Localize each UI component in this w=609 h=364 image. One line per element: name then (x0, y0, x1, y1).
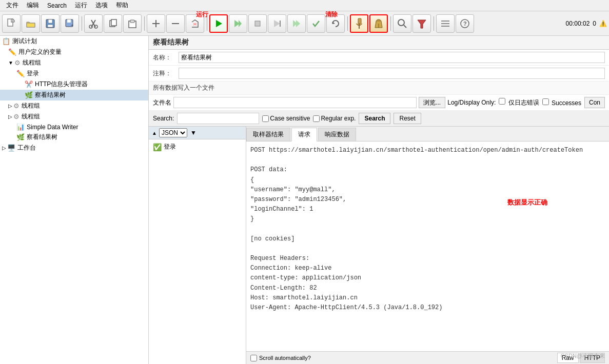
menu-file[interactable]: 文件 (2, 0, 23, 11)
request-line17: User-Agent: Apache-HttpClient/4.5.3 (Jav… (250, 303, 605, 313)
run-from-button[interactable] (287, 14, 306, 33)
run-button[interactable] (209, 14, 228, 33)
svg-marker-21 (216, 20, 222, 27)
open-button[interactable] (22, 14, 40, 33)
tree-item-user-vars[interactable]: ✏️ 用户定义的变量 (0, 47, 148, 57)
broom1-button[interactable] (350, 14, 368, 33)
tab-request[interactable]: 请求 (291, 128, 317, 141)
tree-collapse-icon[interactable]: ▲ (152, 130, 157, 136)
tab-response[interactable]: 响应数据 (318, 128, 356, 141)
broom2-button[interactable] (369, 14, 388, 33)
case-sensitive-option[interactable]: Case sensitive (262, 115, 310, 122)
funnel-button[interactable] (412, 14, 431, 33)
tree-item-thread-group3[interactable]: ▷ ⚙ 线程组 (0, 111, 148, 122)
thread-group1-icon: ⚙ (14, 59, 21, 67)
login-result-item[interactable]: ✅ 登录 (151, 141, 244, 152)
login-result-icon: ✅ (153, 143, 162, 151)
errors-only-checkbox[interactable] (499, 98, 505, 105)
svg-rect-30 (358, 18, 361, 24)
tree-item-view-results[interactable]: 🌿 察看结果树 (0, 90, 148, 100)
saveas-button[interactable]: + (61, 14, 79, 33)
request-line1: POST https://smarthotel.laiyijian.cn/sma… (250, 146, 605, 155)
thread-group1-label: 线程组 (23, 58, 41, 67)
file-section-label: 所有数据写入一个文件 (153, 84, 214, 92)
left-panel: 📋 测试计划 ✏️ 用户定义的变量 ▼ ⚙ 线程组 ✏️ 登录 ✂️ HTTP信… (0, 36, 149, 364)
tree-item-test-plan[interactable]: 📋 测试计划 (0, 36, 148, 47)
data-annotation: 数据显示正确 (507, 198, 547, 209)
menu-search[interactable]: Search (43, 1, 71, 10)
workbench-icon: 🖥️ (7, 144, 15, 152)
tree-item-login[interactable]: ✏️ 登录 (0, 68, 148, 79)
stop-now-button[interactable] (268, 14, 286, 33)
browse-button[interactable]: 浏览... (419, 97, 445, 108)
tree-item-thread-group2[interactable]: ▷ ⚙ 线程组 (0, 100, 148, 111)
thread-group3-icon: ⚙ (13, 113, 19, 120)
svg-line-35 (404, 25, 406, 28)
errors-only-option[interactable]: 仅日志错误 (499, 98, 539, 107)
thread-group2-label: 线程组 (22, 102, 40, 110)
cut-button[interactable] (84, 14, 103, 33)
results-tree-dropdown[interactable]: JSON (159, 128, 187, 137)
save-button[interactable] (41, 14, 60, 33)
file-section-row: 所有数据写入一个文件 (149, 82, 609, 95)
run-no-pause-button[interactable] (229, 14, 247, 33)
search-button[interactable]: Search (359, 113, 390, 124)
view-results2-label: 察看结果树 (27, 133, 57, 141)
http-header-label: HTTP信息头管理器 (35, 80, 88, 89)
case-sensitive-checkbox[interactable] (262, 115, 269, 122)
comment-input[interactable] (179, 68, 605, 79)
refresh-button[interactable] (326, 14, 345, 33)
name-label: 名称： (153, 53, 179, 62)
svg-marker-28 (296, 20, 300, 27)
dropdown-arrow[interactable]: ▼ (190, 129, 197, 136)
toolbar: + (0, 11, 609, 36)
case-sensitive-label: Case sensitive (270, 115, 310, 122)
search-input[interactable] (177, 113, 259, 124)
scroll-auto-checkbox[interactable] (250, 355, 257, 361)
request-line4: { (250, 175, 605, 185)
tab-sampler-result[interactable]: 取样器结果 (246, 128, 290, 141)
configure-button[interactable]: Con (584, 97, 605, 108)
add-button[interactable] (147, 14, 165, 33)
sep4 (346, 14, 349, 33)
successes-option[interactable]: Successes (542, 98, 581, 107)
clear-button[interactable] (186, 14, 204, 33)
find-button[interactable] (393, 14, 411, 33)
name-input[interactable] (179, 52, 605, 63)
validate-button[interactable] (307, 14, 325, 33)
stop-button[interactable] (248, 14, 267, 33)
list-button[interactable] (436, 14, 455, 33)
successes-checkbox[interactable] (542, 98, 549, 105)
timer-value: 00:00:02 (566, 20, 590, 27)
tree-item-http-header[interactable]: ✂️ HTTP信息头管理器 (0, 79, 148, 90)
sep5 (389, 14, 392, 33)
regex-checkbox[interactable] (313, 115, 320, 122)
sep2 (143, 14, 146, 33)
warning-icon: ⚠️ (599, 20, 607, 27)
workbench-label: 工作台 (17, 144, 36, 152)
login-icon: ✏️ (16, 70, 25, 77)
menu-help[interactable]: 帮助 (112, 0, 132, 11)
menu-edit[interactable]: 编辑 (23, 0, 43, 11)
help-button[interactable]: ? (456, 14, 474, 33)
sep6 (432, 14, 435, 33)
tree-item-simple-writer[interactable]: 📊 Simple Data Writer (0, 122, 148, 132)
count-value: 0 (593, 20, 596, 27)
tree-item-view-results2[interactable]: 🌿 察看结果树 (0, 132, 148, 143)
new-button[interactable] (2, 14, 21, 33)
tree-item-thread-group1[interactable]: ▼ ⚙ 线程组 (0, 57, 148, 68)
paste-button[interactable] (123, 14, 142, 33)
menu-options[interactable]: 选项 (91, 0, 112, 11)
watermark: CSDN@小猴未来 (561, 352, 605, 360)
view-results-label: 察看结果树 (35, 91, 66, 99)
regex-option[interactable]: Regular exp. (313, 115, 356, 122)
file-name-label: 文件名 (153, 98, 171, 107)
tree-item-workbench[interactable]: ▷ 🖥️ 工作台 (0, 143, 148, 153)
reset-button[interactable]: Reset (394, 113, 421, 124)
request-line3: POST data: (250, 165, 605, 175)
simple-writer-label: Simple Data Writer (27, 124, 78, 131)
copy-button[interactable] (104, 14, 122, 33)
remove-button[interactable] (166, 14, 185, 33)
menu-run[interactable]: 运行 (71, 0, 91, 11)
file-name-input[interactable] (173, 97, 417, 108)
